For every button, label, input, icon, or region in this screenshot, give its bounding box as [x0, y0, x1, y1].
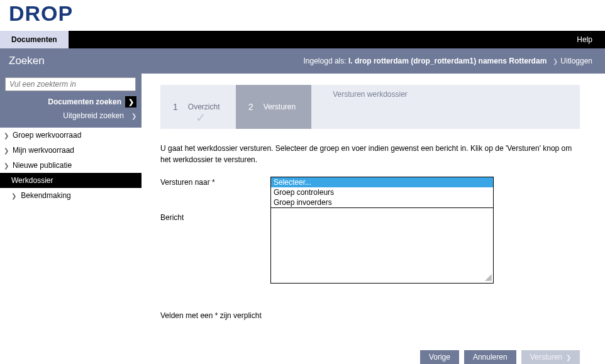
sidebar-sub-werkdossier[interactable]: Werkdossier — [0, 173, 142, 188]
navbar: Documenten Help — [0, 31, 605, 48]
help-link[interactable]: Help — [577, 35, 592, 44]
bericht-textarea[interactable] — [271, 208, 493, 283]
select-option-invoerders[interactable]: Groep invoerders — [271, 197, 493, 207]
logout-link[interactable]: ❯Uitloggen — [553, 57, 592, 65]
sidebar-item-label: Werkdossier — [11, 176, 53, 185]
main-content: Versturen werkdossier 1 Overzicht ✓ 2 Ve… — [142, 74, 605, 364]
instruction-text: U gaat het werkdossier versturen. Select… — [160, 143, 580, 165]
bericht-label: Bericht — [160, 212, 270, 222]
app-logo: DROP — [9, 1, 596, 26]
vorige-button[interactable]: Vorige — [420, 350, 459, 364]
chevron-right-icon: ❯ — [11, 192, 16, 199]
sidebar-item-label: Nieuwe publicatie — [13, 161, 72, 170]
body: Documenten zoeken ❯ Uitgebreid zoeken ❯ … — [0, 74, 605, 364]
sidebar-item-mijn-werkvoorraad[interactable]: ❯ Mijn werkvoorraad — [0, 143, 142, 158]
sidebar-sub-bekendmaking[interactable]: ❯ Bekendmaking — [0, 188, 142, 203]
uitgebreid-zoeken-link[interactable]: Uitgebreid zoeken ❯ — [0, 109, 142, 121]
wizard: Versturen werkdossier 1 Overzicht ✓ 2 Ve… — [160, 85, 580, 129]
logged-in-text: Ingelogd als: I. drop rotterdam (drop_ro… — [304, 57, 547, 65]
chevron-right-icon: ❯ — [553, 58, 558, 65]
annuleren-button[interactable]: Annuleren — [464, 350, 516, 364]
sidebar-item-nieuwe-publicatie[interactable]: ❯ Nieuwe publicatie — [0, 158, 142, 173]
check-icon: ✓ — [196, 110, 206, 125]
select-option-selecteer[interactable]: Selecteer... — [271, 177, 493, 187]
send-to-label: Versturen naar * — [160, 177, 270, 187]
sidebar-item-groep-werkvoorraad[interactable]: ❯ Groep werkvoorraad — [0, 128, 142, 143]
chevron-right-icon: ❯ — [566, 354, 571, 361]
logged-prefix: Ingelogd als: — [304, 57, 347, 65]
required-note: Velden met een * zijn verplicht — [160, 311, 580, 320]
subbar: Zoeken Ingelogd als: I. drop rotterdam (… — [0, 48, 605, 74]
step-number: 2 — [248, 102, 253, 112]
sidebar-item-label: Mijn werkvoorraad — [13, 146, 74, 155]
send-to-select[interactable]: Selecteer... Groep controleurs Groep inv… — [270, 177, 494, 208]
sidebar-col: Documenten zoeken ❯ Uitgebreid zoeken ❯ … — [0, 74, 142, 203]
header: DROP — [0, 0, 605, 31]
chevron-right-icon: ❯ — [4, 162, 9, 169]
logout-label: Uitloggen — [560, 57, 592, 65]
sidebar-item-label: Groep werkvoorraad — [13, 131, 81, 140]
navbar-right: Help — [69, 31, 605, 48]
sidebar-item-label: Bekendmaking — [21, 191, 70, 200]
step-number: 1 — [173, 102, 178, 112]
versturen-button: Versturen ❯ — [521, 350, 580, 364]
uitgebreid-zoeken-label: Uitgebreid zoeken — [63, 111, 124, 120]
documenten-zoeken-label: Documenten zoeken — [48, 97, 121, 106]
select-option-controleurs[interactable]: Groep controleurs — [271, 187, 493, 197]
sidebar-search: Documenten zoeken ❯ Uitgebreid zoeken ❯ — [0, 74, 142, 128]
sidebar-nav: ❯ Groep werkvoorraad ❯ Mijn werkvoorraad… — [0, 128, 142, 203]
bericht-textarea-wrap: ◢ — [270, 208, 494, 284]
versturen-label: Versturen — [530, 353, 562, 361]
logged-user: I. drop rotterdam (drop_rotterdam1) name… — [348, 57, 547, 65]
chevron-right-icon: ❯ — [4, 147, 9, 154]
subbar-right: Ingelogd als: I. drop rotterdam (drop_ro… — [304, 57, 592, 65]
chevron-right-icon: ❯ — [131, 113, 136, 119]
step-label: Versturen — [264, 102, 296, 111]
chevron-right-icon: ❯ — [4, 132, 9, 139]
page-title: Zoeken — [9, 55, 45, 67]
search-input[interactable] — [5, 77, 136, 91]
wizard-step-1[interactable]: 1 Overzicht ✓ — [160, 85, 236, 129]
documenten-zoeken-link[interactable]: Documenten zoeken ❯ — [0, 94, 142, 109]
go-icon[interactable]: ❯ — [125, 96, 136, 108]
button-row: Vorige Annuleren Versturen ❯ — [160, 350, 580, 364]
nav-tab-documenten[interactable]: Documenten — [0, 31, 69, 48]
